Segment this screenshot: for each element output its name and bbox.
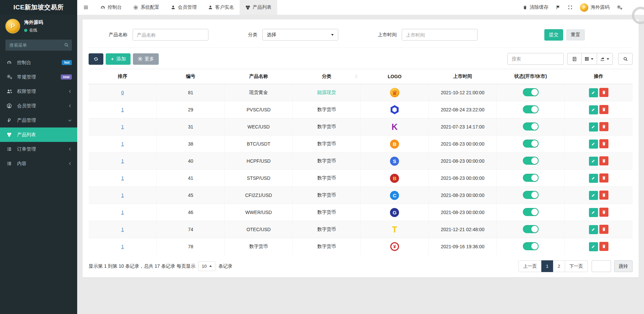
status-toggle[interactable] [523, 242, 539, 250]
sidebar-item-dashboard[interactable]: 控制台hot [0, 55, 77, 70]
delete-button[interactable] [599, 122, 608, 131]
edit-button[interactable] [589, 157, 598, 166]
delete-button[interactable] [599, 173, 608, 182]
sort-value-link[interactable]: 1 [121, 124, 124, 129]
delete-button[interactable] [599, 225, 608, 234]
clear-cache-button[interactable]: 清除缓存 [523, 4, 548, 10]
status-toggle[interactable] [523, 208, 539, 216]
top-nav-label: 系统配置 [141, 4, 159, 10]
edit-button[interactable] [589, 105, 598, 114]
top-nav-dashboard[interactable]: 控制台 [95, 0, 128, 15]
sort-value-link[interactable]: 1 [121, 158, 124, 164]
status-toggle[interactable] [523, 140, 539, 148]
delete-button[interactable] [599, 105, 608, 114]
table-search-button[interactable] [618, 53, 633, 65]
sidebar-search-input[interactable] [5, 40, 72, 51]
cell-id: 31 [157, 118, 225, 136]
delete-button[interactable] [599, 242, 608, 251]
time-input[interactable] [402, 29, 478, 41]
status-toggle[interactable] [523, 191, 539, 199]
sidebar: ICE新加坡交易所 P 海外源码 在线 控制台hot常规管理new权限管理会员管… [0, 0, 77, 314]
status-toggle[interactable] [523, 122, 539, 130]
delete-button[interactable] [599, 156, 608, 165]
status-toggle[interactable] [523, 105, 539, 113]
prev-page-button[interactable]: 上一页 [518, 260, 542, 272]
sort-value-link[interactable]: 1 [121, 107, 124, 112]
table-row: 145CFI2Z1/USD数字货币C2021-08-23 00:00:00 [89, 187, 633, 204]
edit-button[interactable] [589, 191, 598, 200]
status-toggle[interactable] [523, 157, 539, 165]
column-header: 状态(开市/休市) [497, 69, 565, 84]
edit-button[interactable] [589, 140, 598, 149]
page-button-1[interactable]: 1 [541, 260, 553, 272]
add-button[interactable]: 添加 [106, 53, 131, 65]
column-header[interactable]: 分类 [293, 69, 361, 84]
status-toggle[interactable] [523, 174, 539, 182]
delete-button[interactable] [599, 191, 608, 200]
submit-button[interactable]: 提交 [544, 29, 563, 41]
top-nav-system-config[interactable]: 系统配置 [128, 0, 165, 15]
sidebar-item-order-manage[interactable]: 订单管理 [0, 142, 77, 156]
category-select[interactable]: 选择 [262, 29, 338, 41]
page-size-select[interactable]: 10 [198, 261, 215, 271]
chevron-down-icon [68, 118, 72, 122]
sort-value-link[interactable]: 1 [121, 141, 124, 147]
delete-button[interactable] [599, 139, 608, 148]
sort-value-link[interactable]: 1 [121, 227, 124, 232]
sidebar-item-member-manage[interactable]: 会员管理 [0, 99, 77, 113]
hamburger-menu-icon[interactable] [77, 0, 95, 15]
cell-category[interactable]: 能源现货 [317, 90, 336, 95]
status-toggle[interactable] [523, 88, 539, 96]
edit-button[interactable] [589, 208, 598, 217]
product-name-input[interactable] [133, 29, 208, 41]
sort-value-link[interactable]: 1 [121, 244, 124, 249]
user-name: 海外源码 [24, 19, 43, 25]
edit-button[interactable] [589, 225, 598, 234]
edit-button[interactable] [589, 174, 598, 183]
sidebar-item-content[interactable]: 内容 [0, 156, 77, 171]
export-button[interactable] [597, 53, 613, 65]
columns-button[interactable] [581, 53, 597, 65]
reset-button[interactable]: 重置 [566, 29, 585, 41]
chevron-down-icon [331, 33, 334, 36]
list-icon [7, 161, 15, 166]
page-button-2[interactable]: 2 [553, 260, 565, 272]
users-icon [7, 89, 15, 94]
top-nav-product-list[interactable]: 产品列表 [240, 0, 277, 15]
cogs-icon[interactable] [617, 5, 623, 10]
status-toggle[interactable] [523, 225, 539, 233]
sort-value-link[interactable]: 1 [121, 210, 124, 215]
cell-category: 数字货币 [317, 209, 336, 215]
sort-value-link[interactable]: 1 [121, 175, 124, 181]
top-nav-customer-kyc[interactable]: 客户实名 [202, 0, 240, 15]
more-button[interactable]: 更多 [133, 53, 159, 65]
cell-product-name: WWER/USD [225, 204, 293, 221]
sort-value-link[interactable]: 0 [121, 90, 124, 95]
user-menu[interactable]: P 海外源码 [580, 3, 609, 12]
fullscreen-icon[interactable] [568, 5, 573, 10]
user-panel: P 海外源码 在线 [0, 15, 77, 37]
table-row: 131WEC/USD数字货币K2021-07-23 14:17:00 [89, 118, 633, 136]
edit-button[interactable] [589, 88, 598, 97]
top-nav-member-manage[interactable]: 会员管理 [165, 0, 202, 15]
language-flag-icon[interactable] [556, 5, 560, 10]
sidebar-item-permission-manage[interactable]: 权限管理 [0, 84, 77, 99]
edit-button[interactable] [589, 122, 598, 132]
detail-view-button[interactable] [567, 53, 582, 65]
delete-button[interactable] [599, 88, 608, 97]
jump-button[interactable]: 跳转 [614, 260, 633, 272]
table-row: 138BTC/USDT数字货币B2021-08-23 00:00:00 [89, 136, 633, 153]
sidebar-item-product-list[interactable]: 产品列表 [0, 127, 77, 142]
delete-button[interactable] [599, 208, 608, 217]
sort-value-link[interactable]: 1 [121, 193, 124, 198]
caret-down-icon [591, 57, 594, 60]
sidebar-item-product-manage[interactable]: 产品管理 [0, 113, 77, 127]
top-nav-label: 会员管理 [178, 4, 197, 10]
next-page-button[interactable]: 下一页 [565, 260, 588, 272]
edit-button[interactable] [589, 242, 598, 251]
sidebar-item-general-manage[interactable]: 常规管理new [0, 70, 77, 84]
jump-page-input[interactable] [592, 260, 611, 272]
table-row: 141STSP/USD数字货币B2021-08-23 00:00:00 [89, 170, 633, 187]
refresh-button[interactable] [89, 53, 103, 65]
table-search-input[interactable] [507, 53, 564, 65]
